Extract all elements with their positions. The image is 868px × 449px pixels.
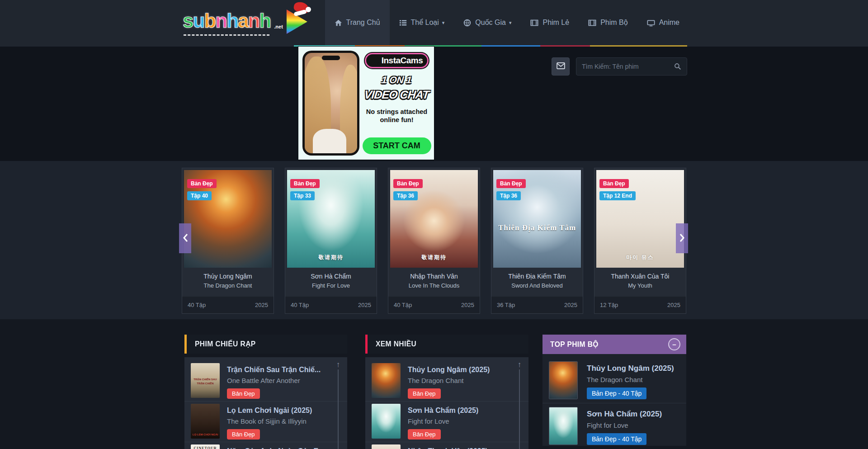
list-item-poster bbox=[549, 407, 578, 445]
poster-caption: TRẬN CHIẾN SAU TRẬN CHIẾN bbox=[191, 378, 220, 385]
mail-button[interactable] bbox=[552, 57, 570, 76]
nav-item-phim-le[interactable]: Phim Lẻ bbox=[521, 0, 579, 45]
list-item-subtitle: The Dragon Chant bbox=[587, 376, 674, 383]
poster-caption: LỌ LEM CHƠI NGẢI bbox=[191, 433, 220, 436]
movie-poster[interactable]: 敬请期待Bản ĐẹpTập 33 bbox=[287, 170, 375, 268]
release-year: 2025 bbox=[667, 302, 680, 308]
list-item[interactable]: Thủy Long Ngâm (2025)The Dragon ChantBản… bbox=[365, 357, 528, 402]
play-button-icon bbox=[287, 9, 307, 34]
arrow-up-icon: ↑ bbox=[518, 361, 522, 369]
poster-caption: 敬请期待 bbox=[390, 254, 478, 261]
list-item-poster bbox=[372, 363, 401, 398]
panel-title: TOP PHIM BỘ bbox=[550, 340, 599, 349]
search-box bbox=[576, 57, 687, 76]
magnifier-icon[interactable] bbox=[674, 63, 681, 70]
nav-label: Anime bbox=[659, 19, 679, 27]
episode-badge: Tập 12 End bbox=[599, 191, 636, 200]
carousel-prev-button[interactable] bbox=[179, 223, 191, 253]
film-icon bbox=[530, 19, 538, 27]
quality-badge: Bản Đẹp bbox=[393, 179, 423, 188]
movie-subtitle: Sword And Beloved bbox=[493, 282, 581, 289]
santa-hat-icon bbox=[294, 2, 311, 15]
list-item-title: Thủy Long Ngâm (2025) bbox=[408, 366, 490, 374]
card-footer: 12 Tập2025 bbox=[594, 297, 686, 313]
logo-letter: h bbox=[259, 9, 270, 32]
card-footer: 36 Tập2025 bbox=[491, 297, 583, 313]
movie-title: Thanh Xuân Của Tôi bbox=[596, 273, 684, 280]
movie-card[interactable]: Bản ĐẹpTập 40Thủy Long NgâmThe Dragon Ch… bbox=[182, 168, 274, 314]
poster-caption: Thiên Địa Kiếm Tâm bbox=[493, 223, 581, 232]
list-item[interactable]: Sơn Hà Chẩm (2025)Fight for LoveBản Đẹp … bbox=[542, 403, 686, 446]
film-icon bbox=[588, 19, 596, 27]
list-item[interactable]: CINETOURNăm Của Anh, Ngày Của E... bbox=[184, 442, 347, 449]
ad-cta-button[interactable]: START CAM bbox=[363, 137, 431, 154]
list-item[interactable]: Thủy Long Ngâm (2025)The Dragon ChantBản… bbox=[542, 354, 686, 403]
movie-title: Nhập Thanh Vân bbox=[390, 273, 478, 280]
list-scrollbar[interactable]: ↑ bbox=[335, 361, 342, 449]
carousel-next-button[interactable] bbox=[676, 223, 688, 253]
nav-item-anime[interactable]: Anime bbox=[637, 0, 689, 45]
card-info: Sơn Hà ChẩmFight For Love bbox=[285, 268, 377, 292]
nav-item-phim-bo[interactable]: Phim Bộ bbox=[579, 0, 637, 45]
carousel-section: Bản ĐẹpTập 40Thủy Long NgâmThe Dragon Ch… bbox=[0, 161, 868, 319]
bottom-section: PHIM CHIẾU RẠPTRẬN CHIẾN SAU TRẬN CHIẾNT… bbox=[0, 319, 868, 449]
list-item[interactable]: Sơn Hà Chẩm (2025)Fight for LoveBản Đẹp bbox=[365, 402, 528, 442]
nav-item-the-loai[interactable]: Thể Loại▾ bbox=[390, 0, 454, 45]
movie-poster[interactable]: 敬请期待Bản ĐẹpTập 36 bbox=[390, 170, 478, 268]
movie-card[interactable]: Thiên Địa Kiếm TâmBản ĐẹpTập 36Thiên Địa… bbox=[491, 168, 583, 314]
release-year: 2025 bbox=[461, 302, 474, 308]
list-item-body: Lọ Lem Chơi Ngải (2025)The Book of Sijji… bbox=[227, 404, 312, 440]
hero-section: InstaCams 1 ON 1 VIDEO CHAT No strings a… bbox=[0, 47, 868, 161]
logo-letter: a bbox=[238, 9, 248, 32]
list-item[interactable]: Nhập Thanh Vân (2025) bbox=[365, 442, 528, 449]
list-item-title: Sơn Hà Chẩm (2025) bbox=[408, 406, 478, 415]
list-item-subtitle: The Book of Sijjin & Illiyyin bbox=[227, 417, 312, 425]
panel-header: XEM NHIỀU bbox=[365, 335, 528, 354]
nav-item-quoc-gia[interactable]: Quốc Gia▾ bbox=[454, 0, 521, 45]
list-item-title: Thủy Long Ngâm (2025) bbox=[587, 364, 674, 373]
search-input[interactable] bbox=[582, 63, 674, 70]
nav-label: Quốc Gia bbox=[475, 19, 506, 27]
list-item[interactable]: TRẬN CHIẾN SAU TRẬN CHIẾNTrận Chiến Sau … bbox=[184, 357, 347, 402]
nav-label: Phim Bộ bbox=[600, 19, 627, 27]
globe-icon bbox=[463, 19, 471, 27]
movie-poster[interactable]: Bản ĐẹpTập 40 bbox=[184, 170, 272, 268]
panel-top-phim-bo: TOP PHIM BỘ–Thủy Long Ngâm (2025)The Dra… bbox=[542, 335, 686, 449]
collapse-button[interactable]: – bbox=[668, 338, 680, 350]
list-item-title: Lọ Lem Chơi Ngải (2025) bbox=[227, 406, 312, 415]
card-footer: 40 Tập2025 bbox=[182, 297, 274, 313]
logo-tld: .net bbox=[274, 24, 283, 29]
movie-card[interactable]: 敬请期待Bản ĐẹpTập 33Sơn Hà ChẩmFight For Lo… bbox=[285, 168, 377, 314]
list-icon bbox=[399, 19, 407, 27]
poster-caption: CINETOUR bbox=[191, 446, 220, 449]
quality-badge: Bản Đẹp bbox=[496, 179, 526, 188]
movie-subtitle: Love In The Clouds bbox=[390, 282, 478, 289]
list-scrollbar[interactable]: ↑ bbox=[516, 361, 523, 449]
list-item-poster bbox=[372, 444, 401, 449]
panel-list: Thủy Long Ngâm (2025)The Dragon ChantBản… bbox=[365, 357, 528, 449]
list-item[interactable]: LỌ LEM CHƠI NGẢILọ Lem Chơi Ngải (2025)T… bbox=[184, 402, 347, 442]
logo-letter: n bbox=[215, 9, 226, 32]
movie-card[interactable]: 마이 유스Bản ĐẹpTập 12 EndThanh Xuân Của Tôi… bbox=[594, 168, 686, 314]
list-item-poster bbox=[372, 404, 401, 439]
panel-xem-nhieu: XEM NHIỀUThủy Long Ngâm (2025)The Dragon… bbox=[365, 335, 528, 449]
movie-poster[interactable]: 마이 유스Bản ĐẹpTập 12 End bbox=[596, 170, 684, 268]
nav-item-trang-chu[interactable]: Trang Chủ bbox=[325, 0, 390, 45]
list-item-body: Năm Của Anh, Ngày Của E... bbox=[227, 444, 324, 449]
quality-badge: Bản Đẹp - 40 Tập bbox=[587, 433, 646, 445]
movie-card[interactable]: 敬请期待Bản ĐẹpTập 36Nhập Thanh VânLove In T… bbox=[388, 168, 480, 314]
ad-brand-name: InstaCams bbox=[382, 56, 423, 66]
chevron-left-icon bbox=[182, 233, 189, 244]
panels-row: PHIM CHIẾU RẠPTRẬN CHIẾN SAU TRẬN CHIẾNT… bbox=[179, 335, 689, 449]
episode-count: 40 Tập bbox=[188, 302, 206, 308]
list-item-body: Sơn Hà Chẩm (2025)Fight for LoveBản Đẹp bbox=[408, 404, 478, 440]
movie-subtitle: The Dragon Chant bbox=[184, 282, 272, 289]
card-footer: 40 Tập2025 bbox=[388, 297, 480, 313]
movie-title: Thủy Long Ngâm bbox=[184, 273, 272, 280]
ad-banner[interactable]: InstaCams 1 ON 1 VIDEO CHAT No strings a… bbox=[298, 47, 434, 160]
site-logo[interactable]: subnhanh .net bbox=[179, 9, 307, 36]
quality-badge: Bản Đẹp bbox=[227, 388, 260, 399]
movie-subtitle: Fight For Love bbox=[287, 282, 375, 289]
list-item-body: Trận Chiến Sau Trận Chiế...One Battle Af… bbox=[227, 363, 321, 399]
movie-poster[interactable]: Thiên Địa Kiếm TâmBản ĐẹpTập 36 bbox=[493, 170, 581, 268]
